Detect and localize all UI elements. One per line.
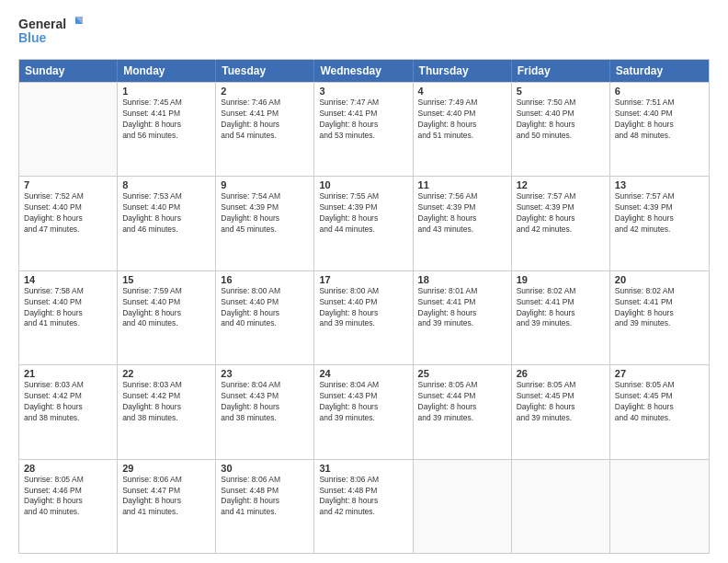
daylight-text: Daylight: 8 hours bbox=[319, 308, 407, 319]
sunset-text: Sunset: 4:41 PM bbox=[122, 109, 210, 120]
day-number: 18 bbox=[418, 274, 506, 285]
sunset-text: Sunset: 4:43 PM bbox=[319, 391, 407, 402]
sunset-text: Sunset: 4:48 PM bbox=[221, 486, 309, 497]
cal-cell-28: 28 Sunrise: 8:05 AM Sunset: 4:46 PM Dayl… bbox=[19, 460, 118, 553]
sunrise-text: Sunrise: 8:05 AM bbox=[517, 380, 605, 391]
day-number: 5 bbox=[517, 86, 605, 97]
daylight-text: Daylight: 8 hours bbox=[615, 120, 704, 131]
day-number: 27 bbox=[615, 368, 704, 379]
daylight-minutes: and 39 minutes. bbox=[517, 413, 605, 424]
daylight-minutes: and 40 minutes. bbox=[615, 413, 704, 424]
day-number: 15 bbox=[122, 274, 210, 285]
header-day-saturday: Saturday bbox=[610, 60, 709, 82]
cal-cell-16: 16 Sunrise: 8:00 AM Sunset: 4:40 PM Dayl… bbox=[216, 271, 314, 364]
cal-cell-4: 4 Sunrise: 7:49 AM Sunset: 4:40 PM Dayli… bbox=[414, 83, 512, 176]
daylight-text: Daylight: 8 hours bbox=[418, 402, 506, 413]
daylight-minutes: and 42 minutes. bbox=[319, 507, 407, 518]
day-number: 16 bbox=[221, 274, 309, 285]
sunset-text: Sunset: 4:45 PM bbox=[615, 391, 704, 402]
sunrise-text: Sunrise: 8:05 AM bbox=[615, 380, 704, 391]
day-number: 7 bbox=[24, 179, 112, 190]
daylight-minutes: and 39 minutes. bbox=[418, 318, 506, 329]
day-number: 31 bbox=[319, 463, 407, 474]
sunrise-text: Sunrise: 7:54 AM bbox=[221, 191, 309, 202]
cal-cell-30: 30 Sunrise: 8:06 AM Sunset: 4:48 PM Dayl… bbox=[216, 460, 314, 553]
sunrise-text: Sunrise: 7:49 AM bbox=[418, 98, 506, 109]
sunrise-text: Sunrise: 7:50 AM bbox=[517, 98, 605, 109]
daylight-minutes: and 38 minutes. bbox=[221, 413, 309, 424]
daylight-minutes: and 40 minutes. bbox=[24, 507, 112, 518]
cal-cell-14: 14 Sunrise: 7:58 AM Sunset: 4:40 PM Dayl… bbox=[19, 271, 118, 364]
cal-cell-empty-6 bbox=[610, 460, 709, 553]
calendar-header: SundayMondayTuesdayWednesdayThursdayFrid… bbox=[19, 60, 709, 82]
cal-cell-empty-4 bbox=[414, 460, 512, 553]
sunrise-text: Sunrise: 7:59 AM bbox=[122, 286, 210, 297]
daylight-minutes: and 44 minutes. bbox=[319, 224, 407, 236]
header-day-thursday: Thursday bbox=[414, 60, 512, 82]
sunset-text: Sunset: 4:40 PM bbox=[615, 109, 704, 120]
sunrise-text: Sunrise: 8:03 AM bbox=[122, 380, 210, 391]
header: General Blue bbox=[18, 15, 710, 50]
sunrise-text: Sunrise: 7:58 AM bbox=[24, 286, 112, 297]
cal-cell-21: 21 Sunrise: 8:03 AM Sunset: 4:42 PM Dayl… bbox=[19, 365, 118, 458]
daylight-text: Daylight: 8 hours bbox=[221, 402, 309, 413]
sunrise-text: Sunrise: 7:56 AM bbox=[418, 191, 506, 202]
sunset-text: Sunset: 4:41 PM bbox=[221, 109, 309, 120]
cal-cell-15: 15 Sunrise: 7:59 AM Sunset: 4:40 PM Dayl… bbox=[118, 271, 216, 364]
daylight-minutes: and 48 minutes. bbox=[615, 131, 704, 142]
daylight-text: Daylight: 8 hours bbox=[319, 120, 407, 131]
sunset-text: Sunset: 4:39 PM bbox=[319, 202, 407, 213]
daylight-text: Daylight: 8 hours bbox=[24, 402, 112, 413]
daylight-minutes: and 41 minutes. bbox=[122, 507, 210, 518]
daylight-text: Daylight: 8 hours bbox=[221, 496, 309, 507]
cal-cell-17: 17 Sunrise: 8:00 AM Sunset: 4:40 PM Dayl… bbox=[314, 271, 413, 364]
sunset-text: Sunset: 4:47 PM bbox=[122, 486, 210, 497]
calendar-body: 1 Sunrise: 7:45 AM Sunset: 4:41 PM Dayli… bbox=[19, 82, 709, 553]
calendar: SundayMondayTuesdayWednesdayThursdayFrid… bbox=[18, 59, 710, 554]
sunset-text: Sunset: 4:42 PM bbox=[24, 391, 112, 402]
daylight-minutes: and 38 minutes. bbox=[24, 413, 112, 424]
cal-cell-8: 8 Sunrise: 7:53 AM Sunset: 4:40 PM Dayli… bbox=[118, 177, 216, 270]
daylight-minutes: and 39 minutes. bbox=[517, 318, 605, 329]
daylight-text: Daylight: 8 hours bbox=[221, 213, 309, 224]
day-number: 12 bbox=[517, 179, 605, 190]
sunrise-text: Sunrise: 8:04 AM bbox=[221, 380, 309, 391]
sunset-text: Sunset: 4:40 PM bbox=[122, 202, 210, 213]
sunrise-text: Sunrise: 8:06 AM bbox=[221, 475, 309, 486]
cal-cell-3: 3 Sunrise: 7:47 AM Sunset: 4:41 PM Dayli… bbox=[314, 83, 413, 176]
day-number: 22 bbox=[122, 368, 210, 379]
cal-cell-13: 13 Sunrise: 7:57 AM Sunset: 4:39 PM Dayl… bbox=[610, 177, 709, 270]
daylight-text: Daylight: 8 hours bbox=[517, 402, 605, 413]
sunset-text: Sunset: 4:41 PM bbox=[517, 297, 605, 308]
header-day-monday: Monday bbox=[118, 60, 216, 82]
sunrise-text: Sunrise: 8:00 AM bbox=[319, 286, 407, 297]
header-day-wednesday: Wednesday bbox=[314, 60, 413, 82]
sunset-text: Sunset: 4:44 PM bbox=[418, 391, 506, 402]
sunset-text: Sunset: 4:40 PM bbox=[24, 297, 112, 308]
day-number: 14 bbox=[24, 274, 112, 285]
daylight-minutes: and 39 minutes. bbox=[319, 413, 407, 424]
sunrise-text: Sunrise: 7:46 AM bbox=[221, 98, 309, 109]
cal-cell-20: 20 Sunrise: 8:02 AM Sunset: 4:41 PM Dayl… bbox=[610, 271, 709, 364]
sunrise-text: Sunrise: 7:51 AM bbox=[615, 98, 704, 109]
daylight-text: Daylight: 8 hours bbox=[418, 213, 506, 224]
daylight-minutes: and 47 minutes. bbox=[24, 224, 112, 236]
sunrise-text: Sunrise: 8:06 AM bbox=[122, 475, 210, 486]
daylight-text: Daylight: 8 hours bbox=[24, 213, 112, 224]
cal-cell-10: 10 Sunrise: 7:55 AM Sunset: 4:39 PM Dayl… bbox=[314, 177, 413, 270]
day-number: 2 bbox=[221, 86, 309, 97]
cal-cell-5: 5 Sunrise: 7:50 AM Sunset: 4:40 PM Dayli… bbox=[512, 83, 610, 176]
day-number: 6 bbox=[615, 86, 704, 97]
header-day-friday: Friday bbox=[512, 60, 610, 82]
daylight-minutes: and 46 minutes. bbox=[122, 224, 210, 236]
daylight-minutes: and 56 minutes. bbox=[122, 131, 210, 142]
daylight-text: Daylight: 8 hours bbox=[319, 402, 407, 413]
cal-cell-19: 19 Sunrise: 8:02 AM Sunset: 4:41 PM Dayl… bbox=[512, 271, 610, 364]
sunset-text: Sunset: 4:40 PM bbox=[517, 109, 605, 120]
sunset-text: Sunset: 4:41 PM bbox=[615, 297, 704, 308]
day-number: 3 bbox=[319, 86, 407, 97]
daylight-minutes: and 39 minutes. bbox=[418, 413, 506, 424]
day-number: 10 bbox=[319, 179, 407, 190]
cal-cell-27: 27 Sunrise: 8:05 AM Sunset: 4:45 PM Dayl… bbox=[610, 365, 709, 458]
sunrise-text: Sunrise: 7:45 AM bbox=[122, 98, 210, 109]
